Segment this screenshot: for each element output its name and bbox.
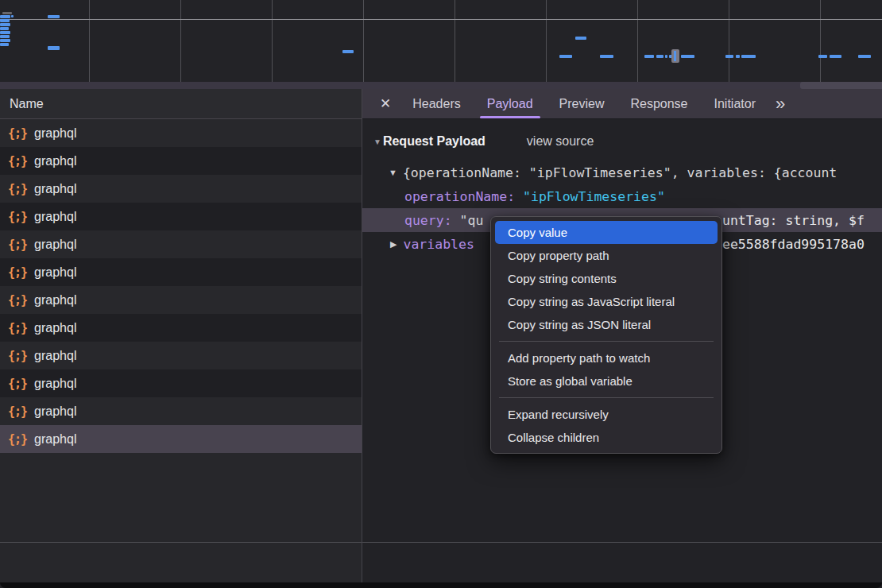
menu-item-expand-recursively[interactable]: Expand recursively <box>491 403 721 426</box>
json-icon: {;} <box>8 210 27 224</box>
close-icon[interactable]: ✕ <box>380 95 391 112</box>
tab-preview[interactable]: Preview <box>552 89 612 118</box>
menu-item-add-property-path-to-watch[interactable]: Add property path to watch <box>491 346 721 369</box>
table-row[interactable]: {;}graphql <box>0 175 362 203</box>
property-key: query: <box>404 213 452 228</box>
tab-headers[interactable]: Headers <box>405 89 467 118</box>
section-title: Request Payload <box>383 134 485 149</box>
table-row[interactable]: {;}graphql <box>0 425 362 453</box>
table-row[interactable]: {;}graphql <box>0 230 362 258</box>
table-row[interactable]: {;}graphql <box>0 147 362 175</box>
menu-item-collapse-children[interactable]: Collapse children <box>491 426 721 449</box>
json-icon: {;} <box>8 432 27 447</box>
table-row[interactable]: {;}graphql <box>0 397 362 425</box>
request-timing-bar <box>0 39 10 42</box>
view-source-link[interactable]: view source <box>527 134 594 149</box>
request-name: graphql <box>34 321 76 335</box>
json-icon: {;} <box>8 321 27 335</box>
request-timing-bar <box>0 19 10 22</box>
request-timing-bar <box>600 55 613 58</box>
request-timing-bar <box>0 15 10 18</box>
request-timing-bar <box>830 55 841 58</box>
tab-initiator[interactable]: Initiator <box>707 89 763 118</box>
json-icon: {;} <box>8 404 27 419</box>
request-timing-bar <box>11 15 14 17</box>
menu-separator <box>499 341 714 342</box>
request-name: graphql <box>34 404 76 419</box>
request-timing-bar <box>736 55 740 58</box>
property-key: variables <box>403 237 474 252</box>
details-tab-bar: ✕ HeadersPayloadPreviewResponseInitiator… <box>362 89 882 119</box>
query-value-fragment: untTag: string, $f <box>722 208 865 232</box>
overview-gridline <box>0 19 882 20</box>
more-tabs-icon[interactable]: » <box>776 94 783 114</box>
request-list: {;}graphql{;}graphql{;}graphql{;}graphql… <box>0 119 362 453</box>
tabs-container: HeadersPayloadPreviewResponseInitiator <box>405 89 763 118</box>
overview-scroll-thumb[interactable] <box>800 82 882 89</box>
table-row[interactable]: {;}graphql <box>0 203 362 230</box>
request-name: graphql <box>34 432 76 447</box>
request-timing-bar <box>0 31 10 34</box>
name-column-header[interactable]: Name <box>0 89 362 119</box>
request-timing-bar <box>559 55 572 58</box>
request-timing-bar <box>656 55 663 58</box>
request-timing-bar <box>0 43 9 46</box>
request-timing-bar <box>644 55 654 58</box>
property-value-start: "qu <box>460 213 484 228</box>
table-row[interactable]: {;}graphql <box>0 258 362 286</box>
json-icon: {;} <box>8 293 27 308</box>
payload-root-row[interactable]: ▼{operationName: "ipFlowTimeseries", var… <box>362 161 882 184</box>
variables-value-fragment: ee5588fdad995178a0 <box>722 232 865 256</box>
json-icon: {;} <box>8 126 27 141</box>
table-row[interactable]: {;}graphql <box>0 314 362 342</box>
collapse-triangle-icon[interactable]: ▶ <box>390 239 397 250</box>
context-menu: Copy valueCopy property pathCopy string … <box>490 216 722 454</box>
payload-operationname-row[interactable]: operationName: "ipFlowTimeseries" <box>362 184 882 208</box>
request-name: graphql <box>34 293 76 308</box>
json-icon: {;} <box>8 238 27 252</box>
horizontal-divider <box>0 542 882 543</box>
overview-gray-bar <box>2 12 12 14</box>
requests-panel: Name {;}graphql{;}graphql{;}graphql{;}gr… <box>0 89 362 582</box>
overview-hover-marker <box>671 49 679 63</box>
table-row[interactable]: {;}graphql <box>0 342 362 369</box>
menu-item-copy-property-path[interactable]: Copy property path <box>491 244 721 267</box>
tab-payload[interactable]: Payload <box>480 89 540 118</box>
request-timing-bar <box>725 55 733 58</box>
table-row[interactable]: {;}graphql <box>0 286 362 314</box>
request-timing-bar <box>0 35 10 38</box>
request-timing-bar <box>575 37 586 40</box>
overview-hover-bar <box>674 51 676 61</box>
name-column-label: Name <box>10 97 44 111</box>
panel-splitter[interactable] <box>362 89 362 582</box>
devtools-network-panel: Name {;}graphql{;}graphql{;}graphql{;}gr… <box>0 0 882 588</box>
table-row[interactable]: {;}graphql <box>0 369 362 397</box>
request-timing-bar <box>342 50 354 53</box>
request-name: graphql <box>34 265 76 280</box>
menu-item-copy-string-as-json-literal[interactable]: Copy string as JSON literal <box>491 313 721 336</box>
request-timing-bar <box>741 55 756 58</box>
json-icon: {;} <box>8 349 27 363</box>
property-value: "ipFlowTimeseries" <box>523 189 665 204</box>
menu-item-copy-value[interactable]: Copy value <box>495 221 718 244</box>
request-timing-bar <box>681 55 694 58</box>
request-name: graphql <box>34 349 76 363</box>
request-name: graphql <box>34 238 76 252</box>
request-name: graphql <box>34 182 76 196</box>
menu-item-copy-string-contents[interactable]: Copy string contents <box>491 267 721 290</box>
network-overview-timeline[interactable] <box>0 0 882 82</box>
tab-response[interactable]: Response <box>623 89 694 118</box>
menu-item-store-as-global-variable[interactable]: Store as global variable <box>491 369 721 393</box>
request-timing-bar <box>0 27 9 30</box>
json-icon: {;} <box>8 265 27 280</box>
payload-root-preview: {operationName: "ipFlowTimeseries", vari… <box>403 165 837 180</box>
menu-item-copy-string-as-javascript-literal[interactable]: Copy string as JavaScript literal <box>491 290 721 313</box>
request-timing-bar <box>858 55 871 58</box>
request-name: graphql <box>34 210 76 224</box>
expand-triangle-icon[interactable]: ▼ <box>389 168 397 177</box>
table-row[interactable]: {;}graphql <box>0 119 362 147</box>
section-collapse-icon[interactable]: ▼ <box>373 137 381 146</box>
request-name: graphql <box>34 154 76 168</box>
request-timing-bar <box>0 23 10 26</box>
json-icon: {;} <box>8 182 27 196</box>
